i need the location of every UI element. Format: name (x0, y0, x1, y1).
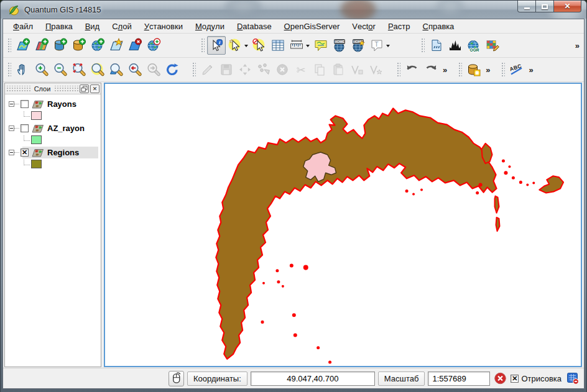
menu-layer[interactable]: Слой (106, 19, 137, 33)
island-polygon (495, 196, 499, 213)
undo-button[interactable] (403, 60, 422, 79)
menu-edit[interactable]: Правка (39, 19, 79, 33)
text-annotation-dropdown-caret[interactable] (386, 45, 390, 49)
text-annotation-icon: T (369, 38, 384, 53)
layer-item-rayons[interactable]: Rayons (7, 98, 99, 110)
tree-expander[interactable] (9, 101, 14, 107)
add-vector-layer-button[interactable] (14, 36, 32, 55)
zoom-last-button[interactable] (126, 60, 144, 79)
new-bookmark-button[interactable]: HOME (349, 36, 367, 55)
tree-expander[interactable] (9, 125, 14, 131)
crs-status-button[interactable] (565, 371, 580, 386)
redo-button[interactable] (422, 60, 440, 79)
layer-symbol-swatch[interactable] (31, 160, 42, 168)
toolbar-grip[interactable] (7, 62, 11, 78)
toolbar-grip[interactable] (501, 62, 505, 78)
layer-symbol-swatch[interactable] (31, 135, 42, 144)
zoom-full-extent-button[interactable] (70, 60, 88, 79)
undo-overflow-chevron-icon[interactable]: » (440, 65, 449, 75)
layer-visibility-checkbox[interactable] (21, 124, 29, 132)
raster-histogram-button[interactable] (446, 36, 465, 55)
offline-editing-toggle-button[interactable] (465, 60, 483, 79)
toolbar-section-digitizing: ✂ (190, 60, 385, 79)
toolbar-grip[interactable] (7, 37, 11, 53)
float-panel-button[interactable] (80, 84, 89, 93)
toolbar-grip[interactable] (396, 62, 400, 78)
toolbar-overflow-chevron-icon[interactable]: » (573, 41, 581, 50)
toolbar-grip[interactable] (458, 62, 462, 78)
tree-expander[interactable] (9, 150, 14, 155)
pan-map-button[interactable] (14, 60, 32, 79)
identify-features-button[interactable]: i (207, 36, 226, 55)
layer-name[interactable]: AZ_rayon (47, 123, 87, 134)
toolbar-grip[interactable] (420, 37, 425, 53)
toolbar-grip[interactable] (200, 37, 205, 53)
ogr-converter-button[interactable]: OGR (465, 36, 483, 55)
pencil-icon (200, 62, 215, 77)
add-spatialite-layer-button[interactable] (70, 36, 88, 55)
island-polygon (482, 144, 492, 163)
layer-visibility-checkbox[interactable] (21, 100, 29, 108)
render-checkbox-group[interactable]: ✕ Отрисовка (511, 374, 562, 383)
select-features-dropdown-caret[interactable] (244, 45, 248, 49)
text-annotation-button[interactable]: T (367, 36, 386, 55)
stop-render-button[interactable] (493, 371, 507, 386)
layer-item-regions[interactable]: ✕Regions (7, 147, 99, 158)
add-postgis-layer-button[interactable] (51, 36, 70, 55)
menu-help[interactable]: Справка (417, 19, 461, 33)
layer-symbol-swatch[interactable] (31, 111, 42, 120)
layer-name[interactable]: Rayons (47, 99, 79, 109)
measure-line-dropdown-caret[interactable] (306, 45, 310, 49)
labeling-overflow-chevron-icon[interactable]: » (526, 65, 535, 75)
remove-layer-button[interactable] (126, 36, 144, 55)
raster-calculator-button[interactable] (483, 36, 502, 55)
deselect-features-button[interactable] (250, 36, 269, 55)
map-canvas[interactable] (104, 83, 582, 367)
coordinates-input[interactable] (251, 371, 375, 386)
menu-file[interactable]: Файл (7, 19, 39, 33)
add-raster-layer-button[interactable] (32, 36, 51, 55)
show-bookmarks-button[interactable]: HOME (330, 36, 349, 55)
zoom-out-button[interactable] (51, 60, 70, 79)
zoom-in-button[interactable] (32, 60, 51, 79)
maximize-button[interactable] (536, 1, 553, 12)
menu-view[interactable]: Вид (79, 19, 106, 33)
zoom-to-selection-button[interactable] (88, 60, 107, 79)
menu-opengisserver[interactable]: OpenGisServer (278, 19, 346, 33)
small-island-dot (512, 176, 515, 180)
zoom-to-layer-button[interactable] (107, 60, 126, 79)
maximize-icon (542, 4, 548, 9)
menu-vector[interactable]: Vector (346, 19, 382, 33)
menu-plugins[interactable]: Модули (189, 19, 231, 33)
layer-name[interactable]: Regions (47, 147, 81, 158)
menu-database[interactable]: Database (231, 19, 278, 33)
open-attribute-table-button[interactable] (269, 36, 287, 55)
raster-document-button[interactable] (427, 36, 446, 55)
titlebar[interactable]: Quantum GIS r14815 ✕ (0, 0, 587, 19)
menu-settings[interactable]: Установки (138, 19, 189, 33)
layers-panel-header[interactable]: Слои ✕ (5, 83, 101, 94)
offline-overflow-chevron-icon[interactable]: » (483, 65, 492, 75)
refresh-map-button[interactable] (163, 60, 182, 79)
toggle-extents-button[interactable] (169, 371, 184, 386)
layer-item-az-rayon[interactable]: AZ_rayon (7, 122, 99, 134)
render-checkbox[interactable]: ✕ (511, 375, 519, 383)
menu-raster[interactable]: Растр (382, 19, 417, 33)
add-wfs-layer-button[interactable] (144, 36, 163, 55)
layers-panel: Слои ✕ RayonsAZ_rayon✕Regions (4, 83, 101, 367)
layer-visibility-checkbox[interactable]: ✕ (21, 148, 29, 157)
add-wms-layer-button[interactable] (88, 36, 107, 55)
scale-input[interactable] (428, 371, 490, 386)
small-island-dot (290, 264, 294, 268)
close-panel-button[interactable]: ✕ (90, 84, 99, 93)
toolbar-section-attributes: iHOMEHOMET (199, 36, 392, 55)
toolbar-grip[interactable] (192, 62, 196, 78)
select-features-button[interactable] (226, 36, 244, 55)
new-shapefile-layer-button[interactable] (107, 36, 126, 55)
close-button[interactable]: ✕ (553, 1, 581, 12)
panel-grip (6, 86, 30, 92)
measure-line-button[interactable] (287, 36, 306, 55)
labeling-tool-button[interactable]: ABC (507, 60, 526, 79)
map-tips-button[interactable] (312, 36, 330, 55)
minimize-button[interactable] (517, 1, 536, 12)
